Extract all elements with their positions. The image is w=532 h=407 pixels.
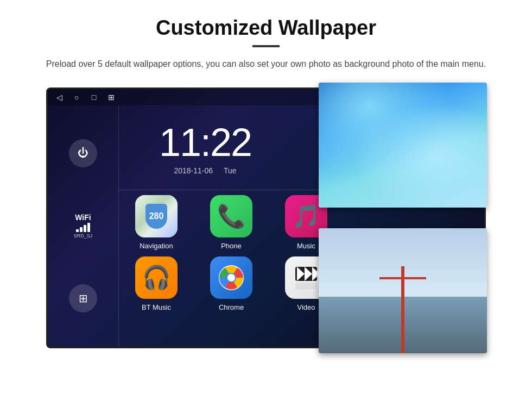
page-description: Preload over 5 default wallpaper options… bbox=[46, 57, 486, 71]
phone-label: Phone bbox=[221, 242, 242, 250]
home-button[interactable]: ○ bbox=[72, 92, 81, 102]
clock-time: 11:22 bbox=[159, 123, 251, 162]
app-navigation[interactable]: 280 Navigation bbox=[124, 195, 189, 250]
back-button[interactable]: ◁ bbox=[54, 92, 64, 102]
wifi-info: WiFi SRD_SJ bbox=[74, 213, 93, 239]
app-phone[interactable]: 📞 Phone bbox=[199, 195, 264, 250]
navigation-label: Navigation bbox=[140, 242, 173, 250]
grid-icon: ⊞ bbox=[79, 292, 88, 305]
music-label: Music bbox=[297, 242, 315, 250]
navigation-icon: 280 bbox=[135, 195, 178, 237]
phone-icon: 📞 bbox=[210, 195, 252, 237]
bt-music-icon: 🎧 bbox=[135, 256, 178, 299]
sidebar: ⏻ WiFi SRD_SJ ⊞ bbox=[48, 105, 118, 347]
app-chrome[interactable]: Chrome bbox=[199, 256, 264, 311]
power-icon: ⏻ bbox=[78, 147, 88, 159]
clock-area: 11:22 2018-11-06 Tue bbox=[118, 105, 292, 192]
wifi-bars bbox=[74, 223, 93, 232]
wifi-ssid: SRD_SJ bbox=[74, 233, 93, 239]
recent-button[interactable]: □ bbox=[89, 92, 99, 102]
wifi-label: WiFi bbox=[74, 213, 93, 222]
app-bt-music[interactable]: 🎧 BT Music bbox=[124, 256, 189, 311]
svg-rect-9 bbox=[295, 283, 317, 290]
svg-point-3 bbox=[227, 274, 235, 281]
bt-music-label: BT Music bbox=[142, 303, 171, 311]
nav-buttons: ◁ ○ □ ⊞ bbox=[54, 92, 116, 102]
power-button[interactable]: ⏻ bbox=[69, 139, 97, 167]
wallpaper-blue[interactable] bbox=[319, 83, 487, 208]
app-grid: 280 Navigation 📞 Phone 🎵 Music bbox=[118, 190, 344, 317]
clock-date-value: 2018-11-06 bbox=[174, 166, 213, 175]
chrome-label: Chrome bbox=[219, 303, 244, 311]
screenshot-button[interactable]: ⊞ bbox=[106, 92, 116, 102]
clock-date: 2018-11-06 Tue bbox=[174, 166, 236, 175]
wallpaper-bridge[interactable] bbox=[319, 228, 487, 353]
clock-day: Tue bbox=[224, 166, 237, 175]
nav-shield: 280 bbox=[145, 204, 167, 229]
video-label: Video bbox=[297, 303, 315, 311]
device-frame: ◁ ○ □ ⊞ 📍 ▲ 11:22 ⏻ WiFi bbox=[46, 87, 486, 348]
page-title: Customized Wallpaper bbox=[156, 16, 376, 40]
apps-button[interactable]: ⊞ bbox=[69, 284, 97, 312]
title-divider bbox=[252, 45, 280, 47]
chrome-icon bbox=[210, 256, 252, 299]
